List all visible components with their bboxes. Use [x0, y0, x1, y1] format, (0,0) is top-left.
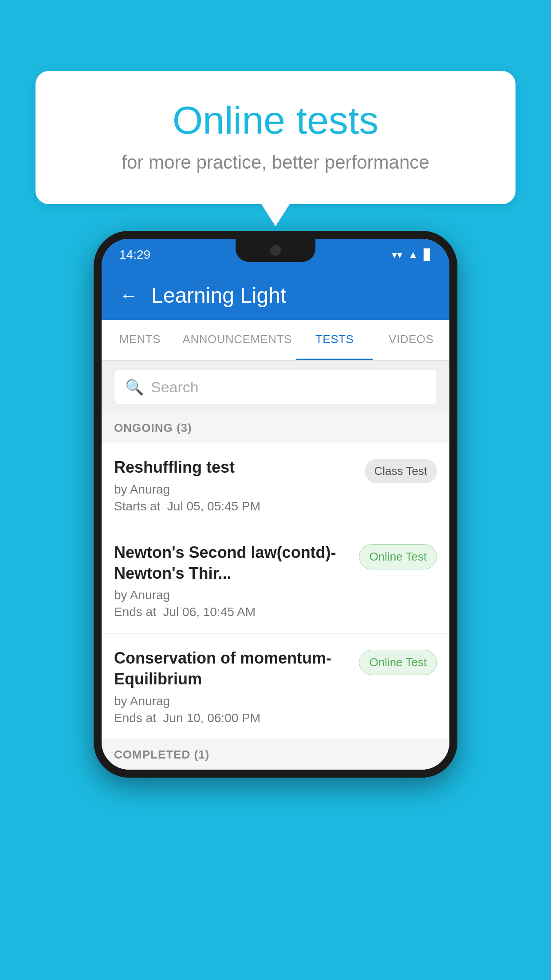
wifi-icon: ▾▾ [392, 249, 402, 261]
test-item[interactable]: Conservation of momentum-Equilibrium by … [102, 634, 449, 740]
phone-screen: 14:29 ▾▾ ▲ ▊ ← Learning Light MENTS ANNO… [102, 239, 449, 770]
test-badge-online: Online Test [359, 544, 437, 569]
test-author: by Anurag [114, 482, 356, 497]
search-bar[interactable]: 🔍 Search [114, 370, 437, 404]
completed-section: COMPLETED (1) [102, 740, 449, 770]
status-bar: 14:29 ▾▾ ▲ ▊ [102, 239, 449, 271]
tab-ments[interactable]: MENTS [102, 320, 178, 360]
test-name: Reshuffling test [114, 457, 356, 478]
search-placeholder: Search [151, 379, 199, 396]
test-badge-online-2: Online Test [359, 650, 437, 675]
test-name: Conservation of momentum-Equilibrium [114, 648, 350, 690]
status-time: 14:29 [119, 248, 150, 262]
test-item[interactable]: Reshuffling test by Anurag Starts at Jul… [102, 443, 449, 528]
test-author: by Anurag [114, 588, 350, 602]
test-content: Conservation of momentum-Equilibrium by … [114, 648, 350, 725]
test-time: Ends at Jun 10, 06:00 PM [114, 711, 350, 725]
bubble-subtitle: for more practice, better performance [71, 152, 480, 173]
bubble-title: Online tests [71, 98, 480, 143]
time-label: Ends at [114, 711, 156, 725]
speech-bubble-container: Online tests for more practice, better p… [35, 71, 516, 204]
tab-announcements[interactable]: ANNOUNCEMENTS [178, 320, 296, 360]
completed-section-title: COMPLETED (1) [114, 748, 209, 761]
time-value: Jun 10, 06:00 PM [163, 711, 260, 725]
ongoing-section-header: ONGOING (3) [102, 413, 449, 443]
notch [236, 239, 315, 262]
status-icons: ▾▾ ▲ ▊ [392, 249, 432, 261]
time-value: Jul 05, 05:45 PM [167, 499, 260, 513]
test-content: Reshuffling test by Anurag Starts at Jul… [114, 457, 356, 514]
battery-icon: ▊ [424, 249, 432, 261]
test-author: by Anurag [114, 694, 350, 708]
test-badge-class: Class Test [365, 459, 437, 483]
phone-frame: 14:29 ▾▾ ▲ ▊ ← Learning Light MENTS ANNO… [94, 231, 457, 778]
app-header: ← Learning Light [102, 271, 449, 320]
search-icon: 🔍 [125, 378, 144, 396]
test-list: Reshuffling test by Anurag Starts at Jul… [102, 443, 449, 740]
time-value: Jul 06, 10:45 AM [163, 605, 256, 619]
test-time: Ends at Jul 06, 10:45 AM [114, 605, 350, 619]
time-label: Ends at [114, 605, 156, 619]
test-content: Newton's Second law(contd)-Newton's Thir… [114, 542, 350, 620]
phone-container: 14:29 ▾▾ ▲ ▊ ← Learning Light MENTS ANNO… [94, 231, 457, 778]
tab-videos[interactable]: VIDEOS [373, 320, 449, 360]
back-button[interactable]: ← [119, 285, 138, 306]
camera-dot [270, 245, 281, 256]
signal-icon: ▲ [408, 249, 418, 261]
search-container: 🔍 Search [102, 361, 449, 413]
app-title: Learning Light [151, 283, 286, 308]
speech-bubble: Online tests for more practice, better p… [35, 71, 516, 204]
ongoing-section-title: ONGOING (3) [114, 421, 192, 435]
tab-tests[interactable]: TESTS [296, 320, 373, 360]
test-name: Newton's Second law(contd)-Newton's Thir… [114, 542, 350, 584]
test-item[interactable]: Newton's Second law(contd)-Newton's Thir… [102, 528, 449, 634]
test-time: Starts at Jul 05, 05:45 PM [114, 499, 356, 514]
time-label: Starts at [114, 499, 160, 513]
tabs-container: MENTS ANNOUNCEMENTS TESTS VIDEOS [102, 320, 449, 361]
